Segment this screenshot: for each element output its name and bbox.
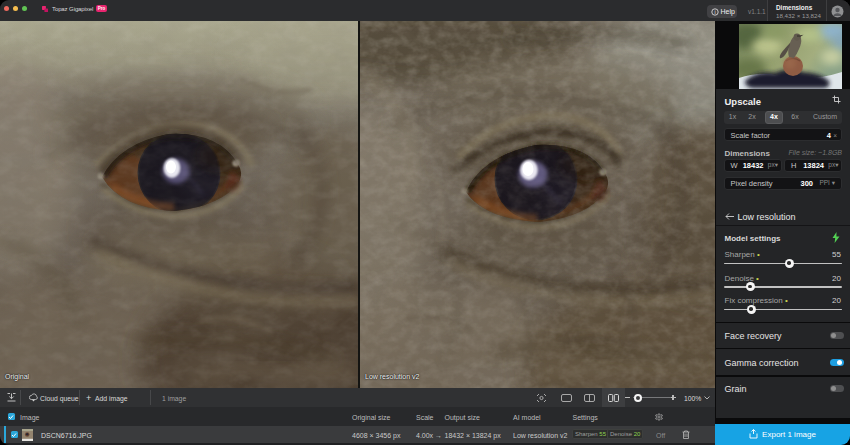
svg-text:i: i <box>714 9 715 15</box>
